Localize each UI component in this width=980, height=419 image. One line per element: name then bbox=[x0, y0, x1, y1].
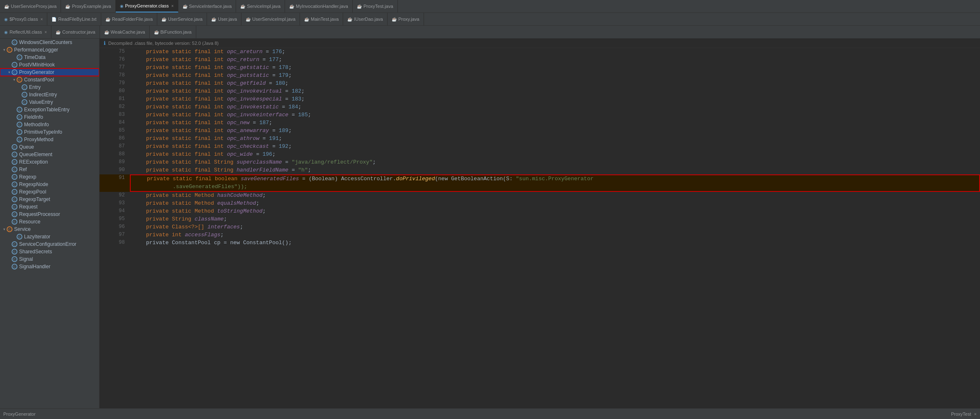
proxy-test-close[interactable]: × bbox=[974, 412, 977, 417]
line-code: private static final int opc_invokestati… bbox=[130, 103, 980, 111]
sidebar-item-timedata[interactable]: CTimeData bbox=[0, 54, 99, 61]
tab-close-btn[interactable]: × bbox=[40, 17, 43, 22]
tab-label: IUserDao.java bbox=[354, 17, 383, 22]
sidebar-item-regexpnode[interactable]: CRegexpNode bbox=[0, 181, 99, 188]
sidebar-item-indirectentry[interactable]: CIndirectEntry bbox=[0, 91, 99, 98]
sidebar-item-postvminithook[interactable]: CPostVMInitHook bbox=[0, 61, 99, 69]
line-code: private static final int opc_athrow = 19… bbox=[130, 135, 980, 143]
code-line: 93 private static Method equalsMethod; bbox=[100, 200, 980, 208]
sidebar-item-ref[interactable]: CRef bbox=[0, 166, 99, 173]
tab-bar-row2: ◉$Proxy0.class×📄ReadFileByLine.txt☕ReadF… bbox=[0, 13, 980, 26]
tree-item-label: Signal bbox=[19, 256, 33, 262]
tab-close-btn[interactable]: × bbox=[171, 4, 174, 8]
tab--proxy0-class[interactable]: ◉$Proxy0.class× bbox=[0, 13, 47, 25]
tab-serviceinterface-java[interactable]: ☕ServiceInterface.java bbox=[178, 0, 236, 12]
sidebar-item-performancelogger[interactable]: ▾CPerformanceLogger bbox=[0, 46, 99, 54]
sidebar-item-lazyiterator[interactable]: CLazyIterator bbox=[0, 233, 99, 240]
tree-node-icon: C bbox=[22, 92, 27, 98]
tab-label: UserService.java bbox=[168, 17, 202, 22]
tree-item-label: TimeData bbox=[24, 54, 46, 60]
tab-serviceimpl-java[interactable]: ☕ServiceImpl.java bbox=[236, 0, 285, 12]
sidebar-item-proxygenerator[interactable]: ▾CProxyGenerator bbox=[0, 69, 99, 76]
tree-node-icon: C bbox=[12, 189, 17, 195]
sidebar-item-regexppool[interactable]: CRegexpPool bbox=[0, 188, 99, 196]
sidebar-item-requestprocessor[interactable]: CRequestProcessor bbox=[0, 211, 99, 218]
sidebar-item-regexp[interactable]: CRegexp bbox=[0, 173, 99, 181]
tab-weakcache-java[interactable]: ☕WeakCache.java bbox=[100, 26, 150, 38]
tab-constructor-java[interactable]: ☕Constructor.java bbox=[51, 26, 100, 38]
sidebar-item-request[interactable]: CRequest bbox=[0, 203, 99, 211]
tree-node-icon: C bbox=[12, 69, 17, 75]
tab-proxytest-java[interactable]: ☕ProxyTest.java bbox=[353, 0, 398, 12]
line-code: private static final boolean saveGenerat… bbox=[130, 174, 980, 192]
sidebar-item-sharedsecrets[interactable]: CSharedSecrets bbox=[0, 248, 99, 255]
sidebar-item-primitivetypeinfo[interactable]: CPrimitiveTypeInfo bbox=[0, 128, 99, 136]
sidebar-item-valueentry[interactable]: CValueEntry bbox=[0, 98, 99, 106]
tab-userserviceimpl-java[interactable]: ☕UserServiceImpl.java bbox=[241, 13, 300, 25]
sidebar-item-reexception[interactable]: CREException bbox=[0, 158, 99, 166]
code-editor[interactable]: 75 private static final int opc_areturn … bbox=[100, 48, 980, 408]
tree-node-icon: C bbox=[12, 159, 17, 165]
tree-node-icon: C bbox=[12, 167, 17, 172]
sidebar-item-exceptiontableentry[interactable]: CExceptionTableEntry bbox=[0, 106, 99, 113]
code-line: 81 private static final int opc_invokesp… bbox=[100, 96, 980, 103]
sidebar-item-entry[interactable]: CEntry bbox=[0, 83, 99, 91]
code-line: 84 private static final int opc_new = 18… bbox=[100, 119, 980, 127]
line-number: 98 bbox=[100, 239, 130, 247]
tree-node-icon: C bbox=[17, 137, 22, 142]
sidebar-item-signalhandler[interactable]: CSignalHandler bbox=[0, 263, 99, 270]
line-number: 84 bbox=[100, 119, 130, 127]
tab-icon: ☕ bbox=[56, 30, 61, 34]
tab-icon: ☕ bbox=[105, 17, 110, 22]
tree-arrow: ▾ bbox=[12, 78, 17, 82]
tab-proxyexample-java[interactable]: ☕ProxyExample.java bbox=[61, 0, 115, 12]
line-code: private String className; bbox=[130, 216, 980, 223]
tab-icon: ☕ bbox=[183, 4, 188, 9]
tree-node-icon: C bbox=[17, 122, 22, 127]
sidebar-item-signal[interactable]: CSignal bbox=[0, 255, 99, 263]
sidebar-item-methodinfo[interactable]: CMethodInfo bbox=[0, 121, 99, 128]
sidebar-item-queue[interactable]: CQueue bbox=[0, 143, 99, 151]
tree-item-label: ProxyGenerator bbox=[19, 69, 54, 75]
code-line: 88 private static final int opc_wide = 1… bbox=[100, 151, 980, 159]
tab-user-java[interactable]: ☕User.java bbox=[207, 13, 241, 25]
tab-maintest-java[interactable]: ☕MainTest.java bbox=[300, 13, 343, 25]
tab-proxygenerator-class[interactable]: ◉ProxyGenerator.class× bbox=[116, 0, 178, 12]
tree-node-icon: C bbox=[12, 152, 17, 157]
tab-userserviceproxy-java[interactable]: ☕UserServiceProxy.java bbox=[0, 0, 61, 12]
line-code: private static final String superclassNa… bbox=[130, 159, 980, 167]
proxy-test-tab[interactable]: ProxyTest × bbox=[951, 412, 977, 417]
info-icon: ℹ bbox=[104, 40, 106, 46]
line-code: private static final int opc_return = 17… bbox=[130, 56, 980, 64]
tab-userservice-java[interactable]: ☕UserService.java bbox=[157, 13, 207, 25]
sidebar-item-constantpool[interactable]: ▾CConstantPool bbox=[0, 76, 99, 83]
tree-node-icon: C bbox=[12, 174, 17, 180]
tab-close-btn[interactable]: × bbox=[44, 30, 47, 34]
tab-myinvocationhandler-java[interactable]: ☕MyInvocationHandler.java bbox=[285, 0, 353, 12]
tree-arrow: ▾ bbox=[2, 48, 7, 52]
tab-icon: ☕ bbox=[392, 17, 397, 22]
sidebar-item-resource[interactable]: CResource bbox=[0, 218, 99, 225]
sidebar-item-fieldinfo[interactable]: CFieldInfo bbox=[0, 113, 99, 121]
tab-reflectutil-class[interactable]: ◉ReflectUtil.class× bbox=[0, 26, 51, 38]
line-code: private static final int opc_invokeinter… bbox=[130, 111, 980, 119]
sidebar-item-windowsclientcounters[interactable]: CWindowsClientCounters bbox=[0, 39, 99, 46]
code-line: 77 private static final int opc_getstati… bbox=[100, 64, 980, 72]
sidebar-item-regexptarget[interactable]: CRegexpTarget bbox=[0, 196, 99, 203]
tab-iuserdao-java[interactable]: ☕IUserDao.java bbox=[343, 13, 388, 25]
tab-readfolderfile-java[interactable]: ☕ReadFolderFile.java bbox=[101, 13, 157, 25]
code-line: 92 private static Method hashCodeMethod; bbox=[100, 192, 980, 200]
tab-icon: ◉ bbox=[4, 30, 8, 34]
sidebar-item-proxymethod[interactable]: CProxyMethod bbox=[0, 136, 99, 143]
tree-item-label: ProxyMethod bbox=[24, 137, 54, 142]
tab-label: ReadFolderFile.java bbox=[112, 17, 153, 22]
sidebar-item-service[interactable]: ▾CService bbox=[0, 225, 99, 233]
tab-proxy-java[interactable]: ☕Proxy.java bbox=[388, 13, 424, 25]
sidebar-item-serviceconfigurationerror[interactable]: CServiceConfigurationError bbox=[0, 240, 99, 248]
tab-label: UserServiceImpl.java bbox=[252, 17, 295, 22]
tab-label: ProxyTest.java bbox=[363, 4, 393, 9]
sidebar-item-queueelement[interactable]: CQueueElement bbox=[0, 151, 99, 158]
tree-node-icon: C bbox=[12, 144, 17, 150]
tab-bifunction-java[interactable]: ☕BiFunction.java bbox=[150, 26, 196, 38]
tab-readfilebyline-txt[interactable]: 📄ReadFileByLine.txt bbox=[47, 13, 101, 25]
